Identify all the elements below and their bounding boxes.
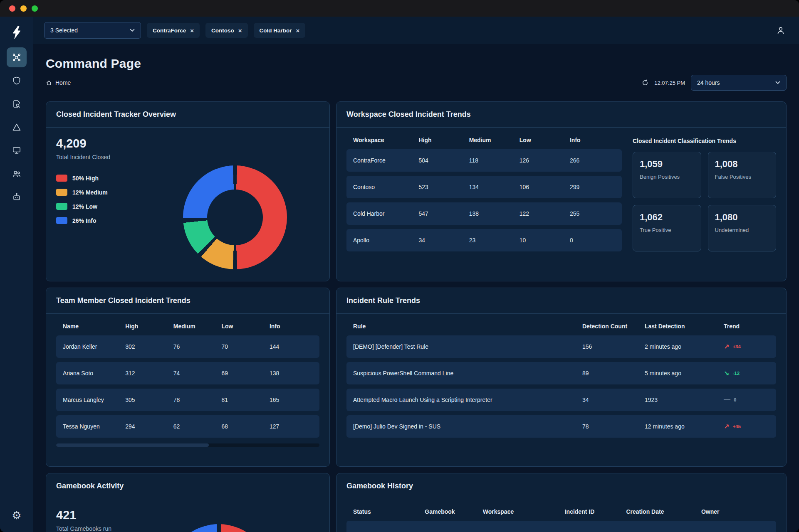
medium-cell: 62 [173,423,222,430]
workspace-selector-dropdown[interactable]: 3 Selected [44,22,141,39]
sidebar-item-team[interactable] [7,164,27,184]
scrollbar-thumb[interactable] [56,443,209,447]
card-title: Gamebook History [336,473,786,499]
stat-value: 1,059 [640,159,694,170]
low-cell: 70 [221,343,270,350]
high-cell: 294 [125,423,173,430]
document-search-icon [12,99,21,108]
refresh-icon [642,79,648,86]
table-row[interactable]: Tessa Nguyen 294 62 68 127 [56,415,319,438]
info-cell: 127 [270,423,313,430]
table-row[interactable]: Contoso 523 134 106 299 [346,176,622,198]
table-row[interactable]: Apollo 34 23 10 0 [346,229,622,251]
time-range-value: 24 hours [697,79,720,86]
chip-remove-icon[interactable] [296,27,300,34]
legend-item: 12% Low [56,203,143,210]
sidebar-item-command-page[interactable] [7,47,27,67]
column-header: Info [570,137,615,143]
table-row[interactable]: Attempted Macro Launch Using a Scripting… [346,389,776,411]
low-cell: 126 [519,157,570,164]
trend-cell: 0 [724,396,769,404]
member-name-cell: Tessa Nguyen [63,423,125,430]
high-cell: 305 [125,397,173,403]
medium-cell: 138 [469,210,519,217]
info-cell: 255 [570,210,615,217]
high-cell: 504 [418,157,469,164]
team-table: Name High Medium Low Info [56,323,319,447]
table-row[interactable]: [Demo] Julio Dev Signed in - SUS 78 12 m… [346,415,776,438]
legend-label: 12% Low [72,203,97,210]
sidebar-item-protection[interactable] [7,71,27,91]
legend-swatch [56,203,67,210]
trend-arrow-icon [724,423,729,431]
table-header-row: Name High Medium Low Info [56,323,319,330]
time-range-dropdown[interactable]: 24 hours [691,75,787,91]
workspace-chip-label: Cold Harbor [260,27,292,34]
table-row[interactable]: Suspicious PowerShell Command Line 89 5 … [346,362,776,384]
column-header: Info [270,323,313,330]
gamebook-activity-body: 421 Total Gamebooks run [46,499,329,532]
table-row[interactable]: Cold Harbor 547 138 122 255 [346,202,622,225]
medium-cell: 134 [469,184,519,190]
table-row[interactable]: Ariana Soto 312 74 69 138 [56,362,319,384]
classification-stat-box: 1,062 True Positive [633,205,701,251]
chip-remove-icon[interactable] [238,27,242,34]
gamebook-history-table: Status Gamebook Workspace Incident ID Cr… [346,508,776,532]
incident-severity-donut-chart[interactable] [183,165,287,269]
minimize-window-button[interactable] [20,5,27,12]
medium-cell: 78 [173,397,222,403]
refresh-button[interactable] [642,79,648,86]
sidebar-item-investigations[interactable] [7,94,27,114]
legend-label: 26% Info [72,217,96,224]
sidebar-item-endpoints[interactable] [7,140,27,160]
workspace-chip[interactable]: Cold Harbor [254,23,306,38]
low-cell: 10 [519,237,570,244]
workspace-chip[interactable]: Contoso [205,23,248,38]
card-title: Incident Rule Trends [336,288,786,314]
breadcrumb-label: Home [55,79,71,86]
settings-icon[interactable] [7,505,27,525]
workspace-name-cell: Contoso [353,184,418,190]
info-cell: 138 [270,370,313,377]
column-header: Gamebook [425,508,482,515]
table-row[interactable] [346,521,776,532]
column-header: Name [63,323,125,330]
table-row[interactable]: Jordan Keller 302 76 70 144 [56,335,319,358]
trend-arrow-icon [724,343,729,351]
tracker-stats: 4,209 Total Incident Closed 50% High [56,137,143,281]
user-account-button[interactable] [773,23,788,38]
app-logo[interactable] [7,22,26,42]
card-title: Team Member Closed Incident Trends [46,288,329,314]
sidebar-item-automation[interactable] [7,187,27,207]
tracker-body: 4,209 Total Incident Closed 50% High [46,128,329,281]
card-gamebook-activity: Gamebook Activity 421 Total Gamebooks ru… [46,473,330,532]
medium-cell: 76 [173,343,222,350]
column-header: Owner [701,508,769,515]
stat-value: 1,008 [715,159,769,170]
home-icon [46,80,52,86]
trend-delta: +45 [732,424,741,429]
trend-cell: +45 [724,423,769,431]
close-window-button[interactable] [9,5,15,12]
breadcrumb[interactable]: Home [46,79,71,86]
table-row[interactable]: ContraForce 504 118 126 266 [346,149,622,172]
workspace-chip[interactable]: ContraForce [147,23,200,38]
total-incidents-label: Total Incident Closed [56,154,143,160]
member-name-cell: Marcus Langley [63,397,125,403]
workspace-chip-label: Contoso [211,27,234,34]
classification-stats-grid: 1,059 Benign Positives 1,008 False Posit… [633,152,776,251]
zoom-window-button[interactable] [32,5,38,12]
last-detection-cell: 5 minutes ago [645,370,724,377]
chip-remove-icon[interactable] [190,27,194,34]
column-header: Low [519,137,570,143]
horizontal-scrollbar[interactable] [56,443,319,447]
detection-count-cell: 156 [582,343,645,350]
table-row[interactable]: Marcus Langley 305 78 81 165 [56,389,319,411]
column-header: Medium [173,323,222,330]
low-cell: 106 [519,184,570,190]
sidebar [0,17,33,532]
sidebar-item-alerts[interactable] [7,117,27,137]
page-subheader: Home 12:07:25 PM 24 hours [46,75,787,91]
stat-value: 1,080 [715,212,769,223]
table-row[interactable]: [DEMO] [Defender] Test Rule 156 2 minute… [346,335,776,358]
